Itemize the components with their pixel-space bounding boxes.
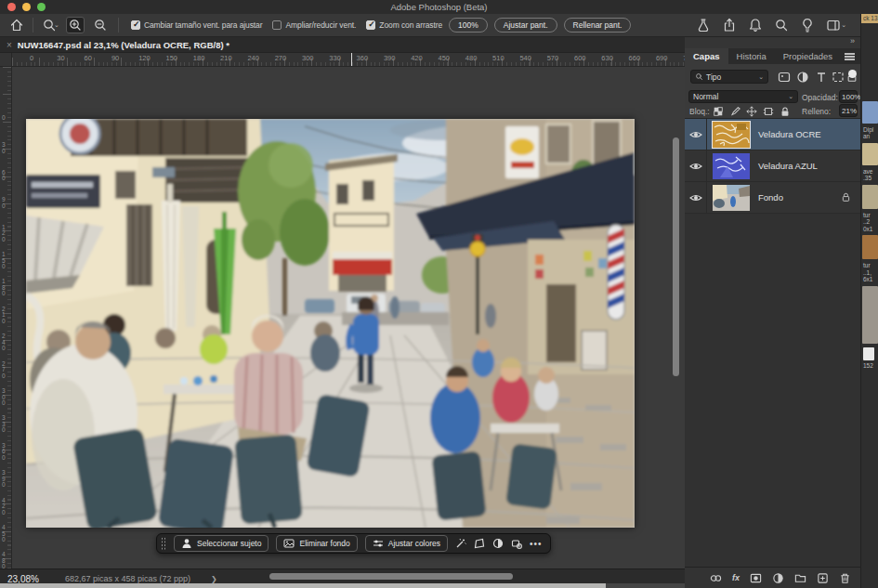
- ruler-origin-corner[interactable]: [0, 53, 12, 67]
- layer-thumbnail[interactable]: [713, 122, 750, 148]
- share-icon[interactable]: [722, 18, 737, 33]
- ruler-vertical[interactable]: 03 06 09 01 2 01 5 01 8 02 1 02 4 02 7 0…: [0, 67, 12, 568]
- fill-value[interactable]: 21%: [839, 104, 858, 117]
- ruler-label: 3 3 0: [2, 415, 6, 434]
- layer-row-fondo[interactable]: Fondo: [685, 182, 860, 214]
- strip-thumbnail[interactable]: [862, 286, 878, 344]
- harmonize-icon[interactable]: [511, 538, 522, 549]
- lock-position-icon[interactable]: [746, 105, 757, 118]
- blend-mode-select[interactable]: Normal ⌄: [688, 90, 798, 103]
- chevron-down-icon: ⌄: [788, 93, 793, 100]
- lock-transparent-pixels-icon[interactable]: [713, 105, 724, 118]
- status-expand-icon[interactable]: ❯: [211, 575, 217, 583]
- more-options-button[interactable]: •••: [530, 539, 543, 549]
- close-document-icon[interactable]: ×: [7, 40, 12, 50]
- document-info: 682,67 picas x 458 picas (72 ppp): [65, 574, 190, 583]
- search-icon: [695, 72, 703, 81]
- notifications-bell-icon[interactable]: [748, 18, 763, 33]
- layer-visibility-toggle[interactable]: [685, 182, 707, 213]
- resize-window-checkbox[interactable]: Cambiar tamaño vent. para ajustar: [131, 20, 263, 30]
- ruler-label: 600: [574, 54, 586, 62]
- zoom-percentage[interactable]: 23,08%: [7, 574, 39, 584]
- shape-filter-icon[interactable]: [832, 71, 845, 84]
- discover-lightbulb-icon[interactable]: [800, 18, 815, 33]
- ruler-label: 540: [519, 54, 531, 62]
- remove-background-button[interactable]: Eliminar fondo: [276, 535, 357, 552]
- checkbox-label: Zoom con arrastre: [379, 20, 442, 30]
- taskbar-drag-handle[interactable]: [161, 537, 166, 550]
- zoom-in-button[interactable]: [66, 17, 85, 33]
- opacity-label: Opacidad:: [802, 93, 838, 102]
- select-subject-button[interactable]: Seleccionar sujeto: [174, 535, 269, 552]
- checkbox-checked-icon: [131, 20, 140, 30]
- layer-visibility-toggle[interactable]: [685, 150, 707, 181]
- adjust-colors-button[interactable]: Ajustar colores: [365, 535, 448, 552]
- zoom-out-button[interactable]: [91, 17, 110, 33]
- collapse-panels-icon[interactable]: »: [850, 36, 855, 46]
- layers-panel-footer: fx: [685, 567, 860, 588]
- ruler-label: 3 0 0: [2, 388, 6, 407]
- document-tab-title[interactable]: NUW16647.psd al 23,1% (Veladura OCRE, RG…: [18, 40, 229, 50]
- link-layers-icon[interactable]: [710, 572, 722, 584]
- layer-visibility-toggle[interactable]: [685, 119, 707, 150]
- new-adjustment-layer-icon[interactable]: [772, 572, 784, 584]
- adjustment-filter-icon[interactable]: [796, 71, 809, 84]
- tab-historia[interactable]: Historia: [728, 48, 775, 64]
- layer-name[interactable]: Veladura AZUL: [758, 161, 818, 171]
- search-icon[interactable]: [774, 18, 789, 33]
- workspace-switcher[interactable]: ⌄: [826, 18, 846, 33]
- opacity-value[interactable]: 100%: [839, 90, 858, 103]
- layer-thumbnail[interactable]: [713, 153, 750, 179]
- layer-name[interactable]: Fondo: [758, 192, 783, 203]
- type-filter-icon[interactable]: [815, 71, 828, 84]
- home-icon[interactable]: [9, 18, 24, 33]
- layer-mask-icon[interactable]: [750, 572, 762, 584]
- checkbox-label: Ampliar/reducir vent.: [285, 20, 356, 30]
- fit-screen-button[interactable]: Ajustar pant.: [494, 18, 557, 33]
- new-group-icon[interactable]: [794, 572, 806, 584]
- magic-wand-icon[interactable]: [455, 538, 466, 549]
- ruler-label: 240: [247, 54, 259, 62]
- beta-feedback-icon[interactable]: [696, 18, 711, 33]
- lock-all-icon[interactable]: [780, 105, 791, 118]
- zoom-tool-indicator[interactable]: ⌄: [42, 18, 59, 33]
- lock-image-pixels-icon[interactable]: [729, 105, 740, 118]
- zoom-100-button[interactable]: 100%: [449, 18, 488, 33]
- layers-panel-controls: Tipo ⌄ Normal ⌄ Opacidad: 100%: [685, 64, 860, 119]
- zoom-all-windows-checkbox[interactable]: Ampliar/reducir vent.: [272, 20, 356, 30]
- new-layer-icon[interactable]: [817, 572, 829, 584]
- ruler-label: 1 2 0: [2, 225, 6, 243]
- layer-row-veladura-azul[interactable]: Veladura AZUL: [685, 150, 860, 182]
- tab-capas[interactable]: Capas: [685, 48, 728, 64]
- ruler-label: 3 0: [2, 142, 6, 154]
- tab-propiedades[interactable]: Propiedades: [775, 48, 841, 64]
- layer-thumbnail[interactable]: [713, 185, 750, 211]
- document-tab-bar: × NUW16647.psd al 23,1% (Veladura OCRE, …: [0, 37, 685, 53]
- document-canvas[interactable]: [26, 119, 635, 528]
- transform-icon[interactable]: [474, 538, 485, 549]
- filter-toggle-pin[interactable]: [848, 70, 857, 78]
- layer-row-veladura-ocre[interactable]: Veladura OCRE: [685, 119, 860, 150]
- ruler-label: 1 5 0: [2, 252, 6, 270]
- ruler-label: 150: [166, 54, 178, 62]
- layer-style-fx-icon[interactable]: fx: [732, 573, 740, 582]
- panel-menu-icon[interactable]: [845, 53, 855, 60]
- pixel-filter-icon[interactable]: [778, 71, 791, 84]
- adjustment-icon[interactable]: [492, 538, 504, 549]
- strip-thumbnail[interactable]: [862, 143, 878, 165]
- ruler-horizontal[interactable]: 0306090120150180210240270300330360390420…: [12, 53, 685, 67]
- vertical-scrollbar-thumb[interactable]: [673, 137, 679, 376]
- strip-thumbnail[interactable]: [862, 185, 878, 209]
- layers-list: Veladura OCRE Veladura AZUL: [685, 119, 860, 214]
- ruler-label: 420: [411, 54, 423, 62]
- filter-type-select[interactable]: Tipo ⌄: [690, 70, 768, 84]
- tool-options-bar: ⌄ Cambiar tamaño vent. para ajustar Ampl…: [0, 14, 878, 37]
- horizontal-scrollbar-thumb[interactable]: [269, 573, 513, 580]
- strip-thumbnail[interactable]: [862, 235, 878, 259]
- strip-thumbnail[interactable]: [862, 101, 878, 124]
- delete-layer-icon[interactable]: [839, 572, 851, 584]
- lock-artboard-icon[interactable]: [763, 105, 774, 118]
- fill-screen-button[interactable]: Rellenar pant.: [564, 18, 632, 33]
- scrubby-zoom-checkbox[interactable]: Zoom con arrastre: [366, 20, 442, 30]
- layer-name[interactable]: Veladura OCRE: [758, 129, 821, 139]
